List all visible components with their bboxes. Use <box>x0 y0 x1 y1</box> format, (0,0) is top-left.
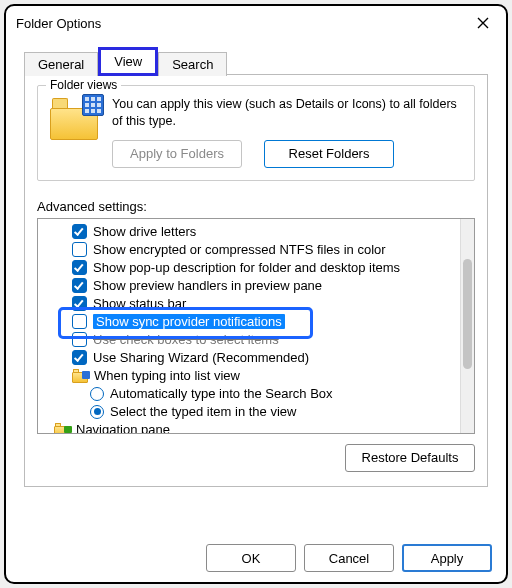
cat-nav-pane[interactable]: Navigation pane <box>44 421 458 433</box>
folder-icon <box>72 369 88 383</box>
dialog-button-row: OK Cancel Apply <box>6 536 506 582</box>
checkbox-icon <box>72 224 87 239</box>
tab-panel-view: Folder views You can apply this view (su… <box>24 74 488 487</box>
radio-icon <box>90 405 104 419</box>
opt-show-sync[interactable]: Show sync provider notifications <box>44 313 458 331</box>
close-icon <box>477 17 489 29</box>
scroll-thumb[interactable] <box>463 259 472 369</box>
opt-show-ntfs-color[interactable]: Show encrypted or compressed NTFS files … <box>44 241 458 259</box>
opt-auto-type[interactable]: Automatically type into the Search Box <box>44 385 458 403</box>
titlebar: Folder Options <box>6 6 506 40</box>
tab-search[interactable]: Search <box>158 52 227 76</box>
checkbox-icon <box>72 296 87 311</box>
tab-view[interactable]: View <box>98 47 158 76</box>
ok-button[interactable]: OK <box>206 544 296 572</box>
cat-typing-list[interactable]: When typing into list view <box>44 367 458 385</box>
opt-show-popup[interactable]: Show pop-up description for folder and d… <box>44 259 458 277</box>
opt-select-typed[interactable]: Select the typed item in the view <box>44 403 458 421</box>
folder-views-label: Folder views <box>46 78 121 92</box>
folder-options-dialog: Folder Options General View Search Folde… <box>4 4 508 584</box>
cancel-button[interactable]: Cancel <box>304 544 394 572</box>
opt-use-checkboxes[interactable]: Use check boxes to select items <box>44 331 458 349</box>
tab-general[interactable]: General <box>24 52 98 76</box>
opt-show-sync-label: Show sync provider notifications <box>93 314 285 329</box>
checkbox-icon <box>72 350 87 365</box>
opt-show-status[interactable]: Show status bar <box>44 295 458 313</box>
checkbox-icon <box>72 260 87 275</box>
window-title: Folder Options <box>16 16 101 31</box>
advanced-settings-label: Advanced settings: <box>37 199 475 214</box>
folder-views-group: Folder views You can apply this view (su… <box>37 85 475 181</box>
opt-use-sharing[interactable]: Use Sharing Wizard (Recommended) <box>44 349 458 367</box>
close-button[interactable] <box>470 10 496 36</box>
checkbox-icon <box>72 332 87 347</box>
apply-to-folders-button: Apply to Folders <box>112 140 242 168</box>
radio-icon <box>90 387 104 401</box>
reset-folders-button[interactable]: Reset Folders <box>264 140 394 168</box>
opt-show-preview[interactable]: Show preview handlers in preview pane <box>44 277 458 295</box>
checkbox-icon <box>72 278 87 293</box>
folder-views-icon <box>50 98 98 140</box>
advanced-settings-tree[interactable]: Show drive letters Show encrypted or com… <box>37 218 475 434</box>
checkbox-icon <box>72 242 87 257</box>
folder-icon <box>54 423 70 433</box>
tab-strip: General View Search <box>24 46 488 75</box>
opt-show-drive-letters[interactable]: Show drive letters <box>44 223 458 241</box>
apply-button[interactable]: Apply <box>402 544 492 572</box>
checkbox-icon <box>72 314 87 329</box>
folder-views-desc: You can apply this view (such as Details… <box>112 96 462 130</box>
scrollbar[interactable] <box>460 219 474 433</box>
restore-defaults-button[interactable]: Restore Defaults <box>345 444 475 472</box>
